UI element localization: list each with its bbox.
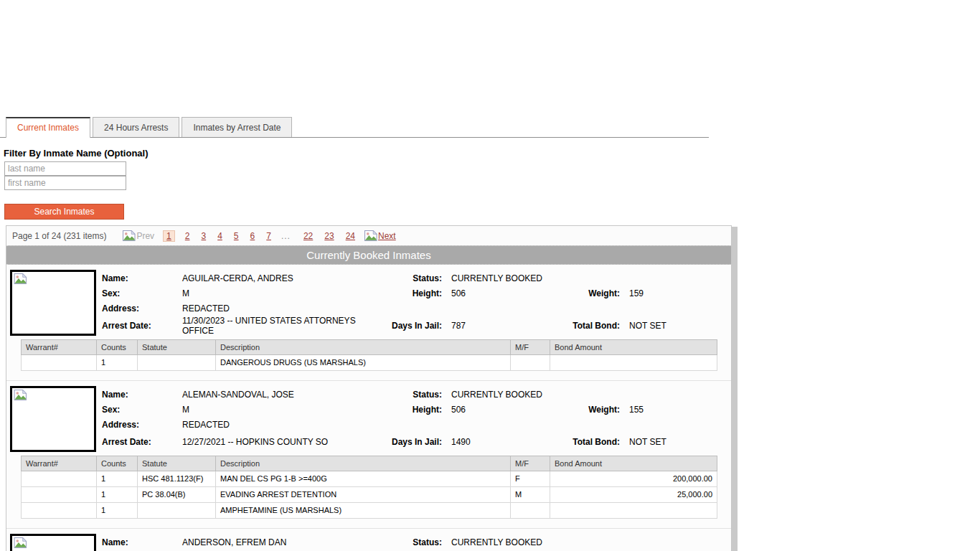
inmate-records-list: Name:AGUILAR-CERDA, ANDRESStatus:CURRENT… (6, 265, 731, 551)
charge-col-counts: Counts (97, 340, 138, 355)
charge-mf (511, 503, 550, 519)
charge-description: AMPHETAMINE (US MARSHALS) (216, 503, 511, 519)
inmate-photo (10, 270, 96, 336)
inmate-record: Name:ALEMAN-SANDOVAL, JOSEStatus:CURRENT… (6, 380, 731, 528)
broken-image-icon (14, 273, 27, 285)
inmate-details: Name:ANDERSON, EFREM DANStatus:CURRENTLY… (102, 532, 727, 551)
weight-label: Weight: (562, 405, 629, 415)
charge-statute: HSC 481.1123(F) (138, 471, 216, 487)
status-value: CURRENTLY BOOKED (451, 390, 562, 400)
height-label: Height: (362, 405, 451, 415)
page-link-23[interactable]: 23 (324, 231, 334, 241)
charge-description: EVADING ARREST DETENTION (216, 487, 511, 503)
charge-counts: 1 (97, 355, 138, 371)
tab-current-inmates[interactable]: Current Inmates (6, 117, 90, 138)
charges-table: Warrant#CountsStatuteDescriptionM/FBond … (21, 339, 717, 371)
prev-page-button[interactable]: Prev (122, 230, 154, 242)
status-label: Status: (362, 537, 451, 547)
charge-bond (550, 355, 717, 371)
charge-mf (511, 355, 550, 371)
address-label: Address: (102, 303, 182, 314)
charge-counts: 1 (97, 471, 138, 487)
tab-inmates-by-arrest-date[interactable]: Inmates by Arrest Date (182, 117, 292, 137)
page-link-3[interactable]: 3 (201, 231, 206, 241)
tab-strip: Current Inmates 24 Hours Arrests Inmates… (0, 117, 709, 138)
inmate-record: Name:AGUILAR-CERDA, ANDRESStatus:CURRENT… (6, 265, 731, 380)
page-link-2[interactable]: 2 (185, 231, 190, 241)
height-value: 506 (451, 405, 562, 415)
height-label: Height: (362, 288, 451, 298)
page-link-24[interactable]: 24 (346, 231, 355, 241)
first-name-input[interactable] (4, 176, 126, 190)
status-label: Status: (362, 273, 451, 283)
status-label: Status: (362, 390, 451, 400)
charge-bond: 25,000.00 (550, 487, 717, 503)
sex-value: M (182, 288, 362, 298)
inmate-summary: Name:AGUILAR-CERDA, ANDRESStatus:CURRENT… (10, 268, 727, 336)
sex-label: Sex: (102, 288, 182, 298)
page-link-4[interactable]: 4 (217, 231, 222, 241)
page-link-6[interactable]: 6 (250, 231, 255, 241)
charge-warrant (22, 503, 97, 519)
charge-col-warrant: Warrant# (22, 456, 97, 471)
sex-value: M (182, 405, 362, 415)
inmate-details: Name:AGUILAR-CERDA, ANDRESStatus:CURRENT… (102, 268, 727, 336)
broken-image-icon (122, 230, 136, 242)
address-value: REDACTED (182, 420, 362, 430)
charge-warrant (22, 355, 97, 371)
tab-24-hours-arrests[interactable]: 24 Hours Arrests (93, 117, 179, 137)
page-link-5[interactable]: 5 (234, 231, 239, 241)
page-link-1[interactable]: 1 (163, 230, 175, 242)
broken-image-icon (364, 230, 377, 242)
inmate-summary: Name:ALEMAN-SANDOVAL, JOSEStatus:CURRENT… (10, 385, 727, 452)
name-label: Name: (102, 273, 182, 283)
pagination-bar: Page 1 of 24 (231 items) Prev 1234567...… (6, 226, 731, 245)
arrest-date-value: 11/30/2023 -- UNITED STATES ATTORNEYS OF… (182, 316, 362, 336)
address-value: REDACTED (182, 303, 362, 314)
charges-table: Warrant#CountsStatuteDescriptionM/FBond … (21, 456, 717, 519)
arrest-date-value: 12/27/2021 -- HOPKINS COUNTY SO (182, 437, 362, 447)
days-in-jail-value: 1490 (451, 437, 562, 447)
total-bond-label: Total Bond: (562, 437, 629, 447)
page-links: 1234567...222324 (159, 231, 361, 241)
page-link-22[interactable]: 22 (303, 231, 313, 241)
status-value: CURRENTLY BOOKED (451, 273, 562, 283)
section-title: Currently Booked Inmates (6, 245, 731, 265)
inmate-record: Name:ANDERSON, EFREM DANStatus:CURRENTLY… (6, 528, 731, 551)
next-page-button[interactable]: Next (364, 230, 396, 242)
last-name-input[interactable] (4, 161, 126, 176)
charge-row: 1DANGEROUS DRUGS (US MARSHALS) (22, 355, 717, 371)
inmate-photo (10, 534, 96, 551)
pagination-ellipsis: ... (281, 231, 291, 241)
address-label: Address: (102, 420, 182, 430)
charge-col-bond: Bond Amount (550, 340, 717, 355)
days-in-jail-label: Days In Jail: (362, 321, 451, 331)
charge-statute (138, 503, 216, 519)
charge-mf: F (511, 471, 550, 487)
weight-value: 159 (629, 288, 727, 298)
inmate-details: Name:ALEMAN-SANDOVAL, JOSEStatus:CURRENT… (102, 385, 727, 452)
page-link-7[interactable]: 7 (266, 231, 271, 241)
results-panel: Page 1 of 24 (231 items) Prev 1234567...… (6, 225, 732, 551)
charge-col-statute: Statute (138, 340, 216, 355)
name-label: Name: (102, 537, 182, 547)
charge-row: 1HSC 481.1123(F)MAN DEL CS PG 1-B >=400G… (22, 471, 717, 487)
charge-statute: PC 38.04(B) (138, 487, 216, 503)
charge-counts: 1 (97, 503, 138, 519)
name-value: AGUILAR-CERDA, ANDRES (182, 273, 362, 283)
charge-statute (138, 355, 216, 371)
charge-col-counts: Counts (97, 456, 138, 471)
filter-by-name-label: Filter By Inmate Name (Optional) (4, 148, 980, 159)
charge-warrant (22, 471, 97, 487)
broken-image-icon (14, 390, 27, 401)
total-bond-value: NOT SET (629, 321, 727, 331)
charge-warrant (22, 487, 97, 503)
weight-label: Weight: (562, 288, 629, 298)
sex-label: Sex: (102, 405, 182, 415)
search-inmates-button[interactable]: Search Inmates (4, 204, 124, 220)
charge-col-mf: M/F (511, 456, 550, 471)
charge-row: 1PC 38.04(B)EVADING ARREST DETENTIONM25,… (22, 487, 717, 503)
charge-col-bond: Bond Amount (550, 456, 717, 471)
charge-description: MAN DEL CS PG 1-B >=400G (216, 471, 511, 487)
status-value: CURRENTLY BOOKED (451, 537, 562, 547)
